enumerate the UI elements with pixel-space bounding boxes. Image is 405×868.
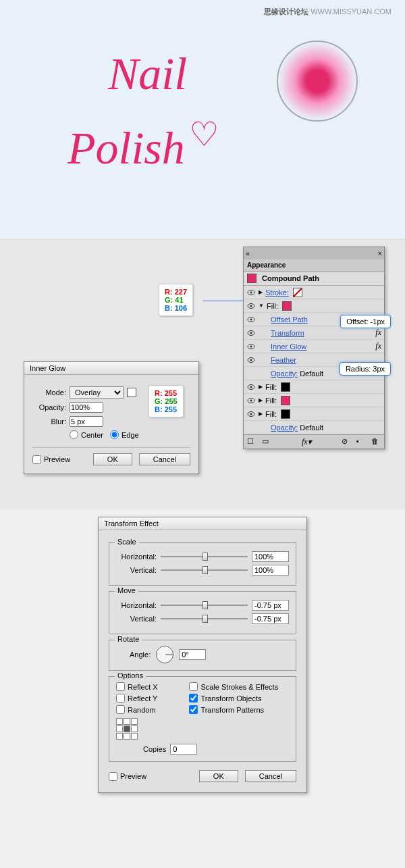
anchor-point-grid[interactable] — [116, 718, 138, 740]
svg-point-1 — [250, 291, 252, 293]
glow-color-swatch[interactable] — [127, 388, 136, 397]
offset-callout: Offset: -1px — [340, 315, 391, 328]
stroke-swatch-none[interactable] — [293, 288, 302, 297]
reflect-x-checkbox[interactable]: Reflect X — [116, 682, 182, 691]
mode-select[interactable]: Overlay — [70, 386, 124, 399]
fill-row-3[interactable]: ▶ Fill: — [244, 394, 384, 407]
rgb-callout-fill: R: 227 G: 41 B: 106 — [159, 284, 193, 316]
move-h-input[interactable] — [252, 600, 289, 611]
fx-menu-icon[interactable]: fx▾ — [302, 437, 311, 446]
options-group: Options Reflect X Scale Strokes & Effect… — [109, 676, 296, 762]
angle-input[interactable] — [179, 649, 206, 660]
new-icon[interactable]: ▪ — [356, 437, 366, 446]
copies-label: Copies — [143, 745, 166, 753]
radius-callout: Radius: 3px — [340, 362, 391, 376]
fill-row-4[interactable]: ▶ Fill: — [244, 407, 384, 421]
ok-button[interactable]: OK — [199, 770, 238, 782]
panel-footer: ☐ ▭ fx▾ ⊘ ▪ 🗑 — [244, 434, 384, 449]
svg-point-17 — [250, 413, 252, 415]
effect-feather[interactable]: Feather Radius: 3px — [244, 353, 384, 367]
preview-checkbox[interactable]: Preview — [32, 455, 70, 464]
stroke-icon[interactable]: ▭ — [262, 437, 271, 446]
transform-effect-dialog: Transform Effect Scale Horizontal: Verti… — [98, 517, 307, 793]
appearance-panel: « × Appearance Compound Path ▶ Stroke: ▼… — [243, 247, 385, 449]
stroke-label[interactable]: Stroke: — [265, 288, 289, 297]
opacity-row-2[interactable]: Opacity: Default — [244, 421, 384, 434]
fx-icon[interactable]: fx — [375, 341, 381, 351]
visibility-icon[interactable] — [246, 342, 256, 351]
heart-icon: ♡ — [189, 115, 219, 154]
svg-point-7 — [250, 332, 252, 334]
fill-swatch[interactable] — [282, 301, 292, 311]
expand-icon[interactable]: ▼ — [259, 303, 264, 309]
dialog-title: Inner Glow — [24, 362, 198, 375]
center-radio[interactable]: Center — [70, 430, 103, 439]
expand-icon[interactable]: ▶ — [259, 397, 263, 403]
visibility-icon[interactable] — [246, 382, 256, 392]
no-fill-icon[interactable]: ☐ — [247, 437, 256, 446]
svg-point-3 — [250, 305, 252, 307]
visibility-icon[interactable] — [246, 355, 256, 365]
blur-label: Blur: — [32, 417, 66, 426]
effect-offset-path[interactable]: Offset Path Offset: -1px — [244, 313, 384, 326]
stroke-row[interactable]: ▶ Stroke: — [244, 286, 384, 299]
close-icon[interactable]: × — [378, 249, 382, 257]
opacity-input[interactable] — [70, 402, 103, 413]
transform-patterns-checkbox[interactable]: Transform Patterns — [189, 705, 289, 714]
visibility-icon[interactable] — [246, 328, 256, 338]
reflect-y-checkbox[interactable]: Reflect Y — [116, 694, 182, 703]
scale-h-slider[interactable] — [161, 551, 248, 562]
scale-strokes-checkbox[interactable]: Scale Strokes & Effects — [189, 682, 289, 691]
move-v-input[interactable] — [252, 613, 289, 624]
move-group: Move Horizontal: Vertical: — [109, 591, 296, 634]
move-h-slider[interactable] — [161, 600, 248, 611]
artwork-preview: 思缘设计论坛 WWW.MISSYUAN.COM Nail ♡ Polish — [0, 0, 405, 240]
ok-button[interactable]: OK — [93, 453, 132, 465]
fill-row-2[interactable]: ▶ Fill: — [244, 380, 384, 394]
visibility-icon[interactable] — [246, 409, 256, 419]
fill-swatch-black[interactable] — [281, 409, 290, 419]
visibility-icon[interactable] — [246, 288, 256, 297]
cancel-button[interactable]: Cancel — [245, 770, 296, 782]
dialog-title: Transform Effect — [99, 517, 306, 530]
trash-icon[interactable]: 🗑 — [371, 437, 381, 446]
copies-input[interactable] — [170, 744, 197, 755]
visibility-icon[interactable] — [246, 396, 256, 405]
svg-point-11 — [250, 359, 252, 361]
fill-swatch-black[interactable] — [281, 382, 290, 392]
fx-icon[interactable]: fx — [375, 328, 381, 338]
fill-label: Fill: — [267, 302, 278, 310]
inner-glow-dialog: Inner Glow Mode: Overlay Opacity: Blur: … — [24, 361, 199, 474]
panel-tab[interactable]: Appearance — [244, 259, 384, 272]
angle-dial[interactable] — [156, 646, 173, 663]
visibility-icon[interactable] — [246, 301, 256, 311]
fill-swatch[interactable] — [281, 396, 290, 405]
edge-radio[interactable]: Edge — [110, 430, 139, 439]
clear-icon[interactable]: ⊘ — [342, 437, 351, 446]
expand-icon[interactable]: ▶ — [259, 384, 263, 390]
transform-objects-checkbox[interactable]: Transform Objects — [189, 694, 289, 703]
effect-transform[interactable]: Transform fx — [244, 326, 384, 340]
script-text-nail: Nail — [108, 47, 187, 101]
collapse-icon[interactable]: « — [246, 249, 250, 257]
visibility-icon[interactable] — [246, 315, 256, 324]
scale-group: Scale Horizontal: Vertical: — [109, 542, 296, 586]
magnifier-lens — [277, 41, 358, 122]
expand-icon[interactable]: ▶ — [259, 411, 263, 417]
preview-checkbox[interactable]: Preview — [109, 772, 146, 781]
fill-row[interactable]: ▼ Fill: — [244, 299, 384, 313]
cancel-button[interactable]: Cancel — [139, 453, 190, 465]
rotate-group: Rotate Angle: — [109, 640, 296, 671]
blur-input[interactable] — [70, 416, 103, 427]
move-v-slider[interactable] — [161, 613, 248, 624]
expand-icon[interactable]: ▶ — [259, 289, 263, 295]
random-checkbox[interactable]: Random — [116, 705, 182, 714]
scale-h-input[interactable] — [252, 551, 289, 562]
opacity-label: Opacity: — [32, 403, 66, 411]
panel-tab-bar: « × — [244, 247, 384, 259]
connector-line — [202, 301, 246, 301]
watermark: 思缘设计论坛 WWW.MISSYUAN.COM — [264, 7, 392, 17]
scale-v-input[interactable] — [252, 565, 289, 576]
scale-v-slider[interactable] — [161, 565, 248, 576]
effect-inner-glow[interactable]: Inner Glow fx — [244, 340, 384, 353]
